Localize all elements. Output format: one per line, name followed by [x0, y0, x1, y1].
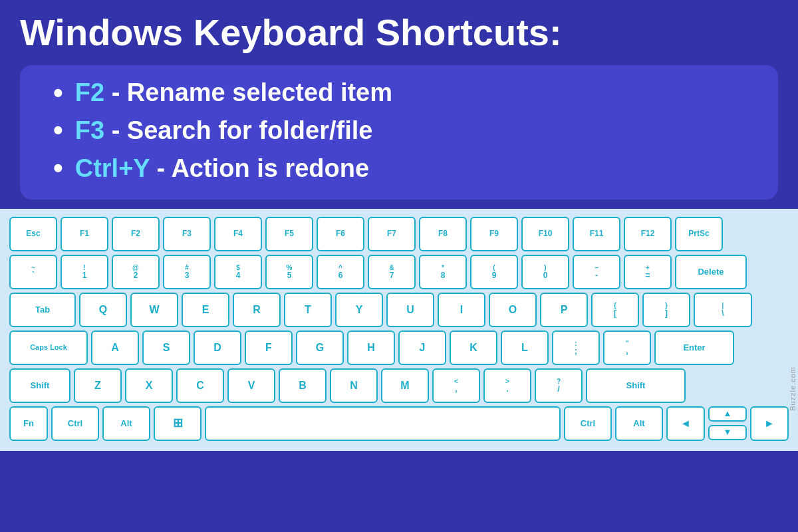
key-6[interactable]: ^6 — [317, 255, 364, 289]
key-arrow-down[interactable]: ▼ — [708, 425, 747, 440]
key-o[interactable]: O — [489, 293, 537, 327]
keyboard-row-3: Tab Q W E R T Y U I O P {[ }] |\ — [9, 293, 789, 327]
keyboard-row-4: Caps Lock A S D F G H J K L :; ", Enter — [9, 331, 789, 365]
key-q[interactable]: Q — [79, 293, 127, 327]
keyboard-area: Esc F1 F2 F3 F4 F5 F6 F7 F8 F9 F10 F11 F… — [0, 209, 798, 451]
key-d[interactable]: D — [194, 331, 241, 365]
shortcuts-box: • F2 - Rename selected item • F3 - Searc… — [20, 65, 778, 200]
key-0[interactable]: )0 — [521, 255, 569, 289]
key-f4[interactable]: F4 — [214, 217, 262, 251]
key-f12[interactable]: F12 — [624, 217, 672, 251]
key-f2[interactable]: F2 — [112, 217, 160, 251]
key-y[interactable]: Y — [335, 293, 383, 327]
shortcut-item-1: • F2 - Rename selected item — [53, 74, 758, 112]
keyboard-row-5: Shift Z X C V B N M <, >. ?/ Shift — [9, 368, 789, 403]
key-windows[interactable]: ⊞ — [154, 406, 201, 441]
key-i[interactable]: I — [438, 293, 485, 327]
key-semicolon[interactable]: :; — [552, 331, 600, 365]
keyboard-row-1: Esc F1 F2 F3 F4 F5 F6 F7 F8 F9 F10 F11 F… — [9, 217, 789, 251]
key-b[interactable]: B — [279, 368, 327, 403]
key-esc[interactable]: Esc — [9, 217, 57, 251]
key-shift-right[interactable]: Shift — [586, 368, 686, 403]
key-ctrl-left[interactable]: Ctrl — [51, 406, 99, 441]
key-x[interactable]: X — [125, 368, 173, 403]
key-f7[interactable]: F7 — [368, 217, 416, 251]
key-r[interactable]: R — [233, 293, 281, 327]
key-minus[interactable]: –- — [573, 255, 620, 289]
key-comma[interactable]: <, — [432, 368, 480, 403]
key-5[interactable]: %5 — [265, 255, 313, 289]
keyboard-row-2: ~` !1 @2 #3 $4 %5 ^6 &7 *8 (9 )0 — [9, 255, 789, 289]
key-space[interactable] — [205, 406, 561, 441]
key-quote[interactable]: ", — [603, 331, 651, 365]
key-alt-right[interactable]: Alt — [615, 406, 663, 441]
bullet-2: • — [53, 112, 63, 150]
watermark: Buzzle.com — [789, 366, 797, 411]
bullet-1: • — [53, 74, 63, 112]
key-v[interactable]: V — [227, 368, 275, 403]
key-arrow-right[interactable]: ► — [750, 406, 789, 441]
key-f5[interactable]: F5 — [265, 217, 313, 251]
key-a[interactable]: A — [91, 331, 139, 365]
key-j[interactable]: J — [398, 331, 446, 365]
key-close-bracket[interactable]: }] — [642, 293, 690, 327]
key-arrow-left[interactable]: ◄ — [666, 406, 705, 441]
key-c[interactable]: C — [176, 368, 224, 403]
header-section: Windows Keyboard Shortcuts: — [0, 0, 798, 60]
key-tilde[interactable]: ~` — [9, 255, 57, 289]
key-p[interactable]: P — [540, 293, 588, 327]
key-4[interactable]: $4 — [214, 255, 262, 289]
key-arrow-up[interactable]: ▲ — [708, 406, 747, 422]
key-f11[interactable]: F11 — [573, 217, 620, 251]
key-period[interactable]: >. — [483, 368, 531, 403]
key-shift-left[interactable]: Shift — [9, 368, 70, 403]
key-backslash[interactable]: |\ — [694, 293, 752, 327]
key-g[interactable]: G — [296, 331, 344, 365]
key-1[interactable]: !1 — [61, 255, 108, 289]
key-prtsc[interactable]: PrtSc — [675, 217, 723, 251]
shortcut-text-1: F2 - Rename selected item — [75, 76, 392, 110]
key-equals[interactable]: += — [624, 255, 672, 289]
key-delete[interactable]: Delete — [675, 255, 747, 289]
keyboard-row-6: Fn Ctrl Alt ⊞ Ctrl Alt ◄ ▲ ▼ ► — [9, 406, 789, 441]
key-f9[interactable]: F9 — [470, 217, 518, 251]
page-title: Windows Keyboard Shortcuts: — [20, 12, 778, 53]
key-8[interactable]: *8 — [419, 255, 467, 289]
key-enter[interactable]: Enter — [654, 331, 734, 365]
shortcut-text-2: F3 - Search for folder/file — [75, 114, 373, 148]
key-t[interactable]: T — [284, 293, 332, 327]
bullet-3: • — [53, 150, 63, 188]
key-e[interactable]: E — [182, 293, 229, 327]
key-n[interactable]: N — [330, 368, 378, 403]
key-f8[interactable]: F8 — [419, 217, 467, 251]
key-alt-left[interactable]: Alt — [102, 406, 150, 441]
key-open-bracket[interactable]: {[ — [591, 293, 639, 327]
key-s[interactable]: S — [142, 331, 190, 365]
key-fn[interactable]: Fn — [9, 406, 48, 441]
key-tab[interactable]: Tab — [9, 293, 76, 327]
key-3[interactable]: #3 — [163, 255, 211, 289]
shortcut-text-3: Ctrl+Y - Action is redone — [75, 152, 369, 186]
key-f10[interactable]: F10 — [521, 217, 569, 251]
key-z[interactable]: Z — [74, 368, 122, 403]
key-m[interactable]: M — [381, 368, 429, 403]
key-f[interactable]: F — [245, 331, 293, 365]
key-w[interactable]: W — [130, 293, 178, 327]
key-f6[interactable]: F6 — [317, 217, 364, 251]
key-slash[interactable]: ?/ — [535, 368, 583, 403]
key-9[interactable]: (9 — [470, 255, 518, 289]
shortcut-item-2: • F3 - Search for folder/file — [53, 112, 758, 150]
key-k[interactable]: K — [450, 331, 497, 365]
key-f1[interactable]: F1 — [61, 217, 108, 251]
key-capslock[interactable]: Caps Lock — [9, 331, 88, 365]
key-h[interactable]: H — [347, 331, 395, 365]
key-2[interactable]: @2 — [112, 255, 160, 289]
key-ctrl-right[interactable]: Ctrl — [564, 406, 612, 441]
key-f3[interactable]: F3 — [163, 217, 211, 251]
shortcut-item-3: • Ctrl+Y - Action is redone — [53, 150, 758, 188]
key-u[interactable]: U — [386, 293, 434, 327]
key-7[interactable]: &7 — [368, 255, 416, 289]
key-l[interactable]: L — [501, 331, 549, 365]
